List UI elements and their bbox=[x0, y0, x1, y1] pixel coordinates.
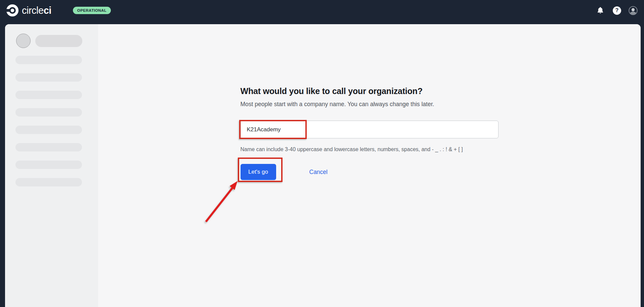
skeleton-bar bbox=[15, 143, 82, 151]
red-annotation-arrow bbox=[204, 179, 243, 227]
main-area: What would you like to call your organiz… bbox=[98, 24, 641, 307]
page-subtitle: Most people start with a company name. Y… bbox=[241, 101, 499, 108]
cancel-link[interactable]: Cancel bbox=[309, 169, 328, 176]
lets-go-button[interactable]: Let's go bbox=[241, 164, 276, 180]
user-avatar-icon bbox=[629, 6, 638, 15]
question-mark-icon: ? bbox=[613, 6, 621, 15]
skeleton-bar bbox=[15, 56, 82, 64]
submit-button-wrap: Let's go bbox=[241, 164, 276, 180]
content-panel: What would you like to call your organiz… bbox=[5, 24, 641, 307]
top-navbar: circleci OPERATIONAL ? bbox=[0, 0, 644, 21]
skeleton-org-name bbox=[35, 35, 82, 47]
circleci-logo[interactable]: circleci bbox=[6, 4, 51, 17]
input-helper-text: Name can include 3-40 uppercase and lowe… bbox=[241, 146, 499, 152]
skeleton-bar bbox=[15, 91, 82, 99]
skeleton-bar bbox=[15, 108, 82, 117]
help-button[interactable]: ? bbox=[613, 6, 629, 15]
org-name-field-wrap bbox=[241, 121, 499, 138]
skeleton-org-row bbox=[16, 34, 98, 48]
skeleton-bar bbox=[15, 73, 82, 82]
circleci-wordmark: circleci bbox=[22, 5, 51, 16]
skeleton-bar bbox=[15, 161, 82, 169]
circleci-logo-mark-icon bbox=[6, 4, 19, 17]
page-title: What would you like to call your organiz… bbox=[241, 86, 499, 96]
notifications-button[interactable] bbox=[596, 6, 604, 15]
skeleton-org-avatar bbox=[16, 34, 31, 48]
bell-icon bbox=[596, 6, 604, 15]
form-actions: Let's go Cancel bbox=[241, 164, 499, 180]
org-name-input[interactable] bbox=[241, 121, 499, 138]
skeleton-nav-list bbox=[15, 56, 98, 186]
skeleton-bar bbox=[15, 126, 82, 134]
skeleton-bar bbox=[15, 178, 82, 186]
create-org-form: What would you like to call your organiz… bbox=[241, 86, 499, 180]
account-menu-button[interactable] bbox=[629, 6, 638, 15]
status-badge[interactable]: OPERATIONAL bbox=[73, 7, 111, 14]
sidebar-loading-skeleton bbox=[5, 24, 98, 307]
